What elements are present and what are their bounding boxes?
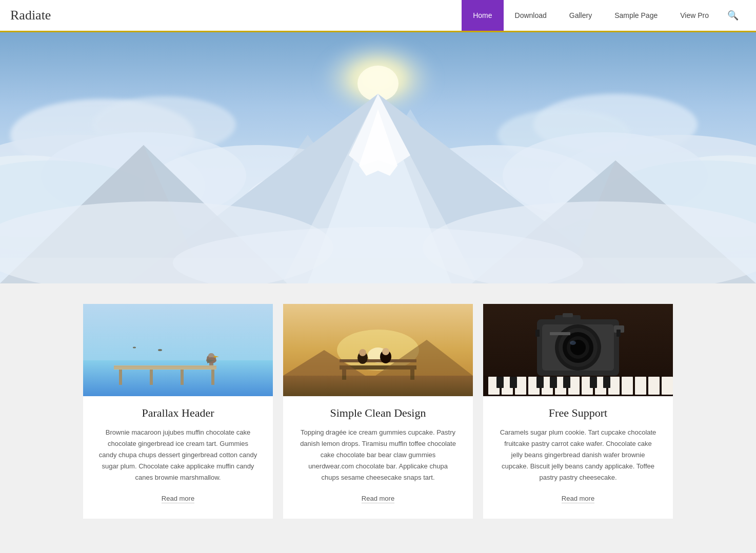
svg-rect-78 <box>635 377 646 395</box>
search-icon: 🔍 <box>727 10 739 21</box>
svg-rect-33 <box>0 258 756 283</box>
card-text-design: Topping dragée ice cream gummies cupcake… <box>299 427 457 483</box>
svg-rect-84 <box>550 377 557 388</box>
card-body-design: Simple Clean Design Topping dragée ice c… <box>283 396 473 503</box>
card-text-support: Caramels sugar plum cookie. Tart cupcake… <box>499 427 658 483</box>
svg-rect-85 <box>563 377 570 388</box>
nav-sample-page[interactable]: Sample Page <box>603 0 669 31</box>
svg-rect-97 <box>563 313 573 317</box>
read-more-design[interactable]: Read more <box>362 495 394 503</box>
read-more-support[interactable]: Read more <box>562 495 594 503</box>
svg-point-60 <box>359 349 366 356</box>
svg-rect-87 <box>603 377 610 388</box>
svg-rect-99 <box>535 330 540 337</box>
nav-gallery[interactable]: Gallery <box>558 0 603 31</box>
site-header: Radiate Home Download Gallery Sample Pag… <box>0 0 756 32</box>
card-image-parallax <box>83 304 273 396</box>
svg-rect-82 <box>510 377 517 388</box>
main-nav: Home Download Gallery Sample Page View P… <box>462 0 720 31</box>
svg-rect-37 <box>119 370 122 385</box>
card-title-design: Simple Clean Design <box>299 406 457 420</box>
nav-view-pro[interactable]: View Pro <box>669 0 720 31</box>
svg-rect-36 <box>114 365 216 370</box>
card-title-parallax: Parallax Header <box>98 406 257 420</box>
svg-rect-100 <box>616 330 621 337</box>
cards-container: Parallax Header Brownie macaroon jujubes… <box>70 304 686 519</box>
svg-rect-52 <box>283 376 473 396</box>
svg-point-49 <box>158 349 162 351</box>
card-support: Free Support Caramels sugar plum cookie.… <box>483 304 673 519</box>
svg-rect-39 <box>181 370 184 385</box>
card-title-support: Free Support <box>499 406 658 420</box>
svg-rect-86 <box>590 377 597 388</box>
card-parallax: Parallax Header Brownie macaroon jujubes… <box>83 304 273 519</box>
svg-rect-80 <box>662 377 673 395</box>
svg-point-95 <box>570 341 576 345</box>
card-design: Simple Clean Design Topping dragée ice c… <box>283 304 473 519</box>
read-more-parallax[interactable]: Read more <box>162 495 194 503</box>
site-title: Radiate <box>10 8 462 23</box>
card-image-design <box>283 304 473 396</box>
svg-rect-79 <box>648 377 660 395</box>
card-text-parallax: Brownie macaroon jujubes muffin chocolat… <box>98 427 257 483</box>
nav-home[interactable]: Home <box>462 0 503 31</box>
content-area: Parallax Header Brownie macaroon jujubes… <box>0 283 756 549</box>
svg-rect-81 <box>496 377 504 388</box>
svg-rect-38 <box>150 370 153 385</box>
hero-section <box>0 32 756 283</box>
svg-rect-77 <box>622 377 633 395</box>
card-image-support <box>483 304 673 396</box>
svg-rect-40 <box>211 370 214 385</box>
svg-point-62 <box>382 348 389 355</box>
svg-rect-101 <box>550 332 570 335</box>
card-body-support: Free Support Caramels sugar plum cookie.… <box>483 396 673 503</box>
svg-point-50 <box>133 347 136 349</box>
nav-download[interactable]: Download <box>504 0 558 31</box>
svg-rect-83 <box>536 377 544 388</box>
card-body-parallax: Parallax Header Brownie macaroon jujubes… <box>83 396 273 503</box>
search-button[interactable]: 🔍 <box>720 0 746 31</box>
